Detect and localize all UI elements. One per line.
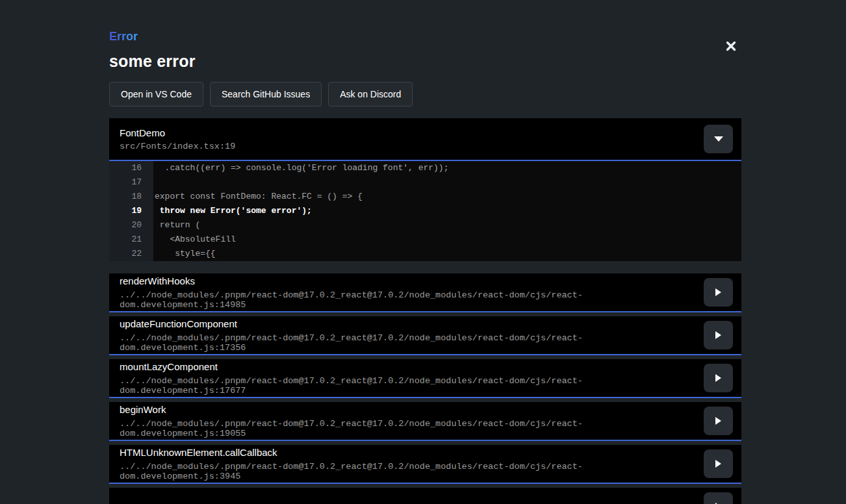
close-button[interactable] — [722, 37, 740, 55]
line-text — [153, 175, 155, 190]
line-text: .catch((err) => console.log('Error loadi… — [153, 161, 448, 175]
line-number: 19 — [109, 204, 153, 218]
stack-frame-text: HTMLUnknownElement.callCallback ../../no… — [120, 447, 704, 481]
stack-frame-function: beginWork — [120, 404, 704, 415]
stack-frame-location: ../../node_modules/.pnpm/react-dom@17.0.… — [120, 376, 704, 396]
stack-frame-partial — [109, 488, 741, 504]
collapse-code-frame-button[interactable] — [704, 125, 733, 153]
line-number: 16 — [109, 161, 153, 175]
line-text: style={{ — [153, 247, 216, 261]
error-overlay: Error some error Open in VS Code Search … — [109, 0, 741, 504]
code-line: 20 return ( — [109, 218, 741, 233]
line-text: export const FontDemo: React.FC = () => … — [153, 190, 363, 204]
stack-frame: HTMLUnknownElement.callCallback ../../no… — [109, 445, 741, 484]
expand-stack-frame-button[interactable] — [704, 278, 733, 307]
stack-trace: renderWithHooks ../../node_modules/.pnpm… — [109, 273, 741, 504]
line-number: 20 — [109, 218, 153, 233]
stack-frame-function: mountLazyComponent — [120, 361, 704, 372]
stack-frame-text: beginWork ../../node_modules/.pnpm/react… — [120, 404, 704, 438]
expand-stack-frame-button[interactable] — [704, 407, 733, 435]
stack-frame-location: ../../node_modules/.pnpm/react-dom@17.0.… — [120, 333, 704, 353]
stack-frame: mountLazyComponent ../../node_modules/.p… — [109, 359, 741, 398]
code-line-highlighted: 19 throw new Error('some error'); — [109, 204, 741, 218]
triangle-right-icon — [715, 460, 721, 468]
stack-frame-location: ../../node_modules/.pnpm/react-dom@17.0.… — [120, 290, 704, 310]
expand-stack-frame-button[interactable] — [704, 449, 733, 478]
code-snippet: 16 .catch((err) => console.log('Error lo… — [109, 161, 741, 261]
code-line: 17 — [109, 175, 741, 190]
triangle-right-icon — [715, 374, 721, 382]
open-in-vscode-button[interactable]: Open in VS Code — [109, 82, 203, 107]
code-frame-header: FontDemo src/Fonts/index.tsx:19 — [109, 118, 741, 161]
code-frame: FontDemo src/Fonts/index.tsx:19 16 .catc… — [109, 118, 741, 261]
code-line: 18export const FontDemo: React.FC = () =… — [109, 190, 741, 204]
stack-frame-text: updateFunctionComponent ../../node_modul… — [120, 318, 704, 353]
action-buttons: Open in VS Code Search GitHub Issues Ask… — [109, 82, 741, 107]
stack-frame-function: HTMLUnknownElement.callCallback — [120, 447, 704, 458]
code-line: 22 style={{ — [109, 247, 741, 261]
ask-on-discord-button[interactable]: Ask on Discord — [328, 82, 413, 107]
stack-frame-function: renderWithHooks — [120, 275, 704, 286]
line-number: 18 — [109, 190, 153, 204]
line-number: 22 — [109, 247, 153, 261]
error-kind-label: Error — [109, 30, 138, 44]
stack-frame-text: renderWithHooks ../../node_modules/.pnpm… — [120, 275, 704, 310]
expand-stack-frame-button[interactable] — [704, 364, 733, 392]
line-number: 21 — [109, 233, 153, 247]
code-frame-location: src/Fonts/index.tsx:19 — [120, 142, 235, 151]
stack-frame: beginWork ../../node_modules/.pnpm/react… — [109, 402, 741, 441]
error-message: some error — [109, 52, 741, 71]
stack-frame: renderWithHooks ../../node_modules/.pnpm… — [109, 273, 741, 312]
stack-frame-location: ../../node_modules/.pnpm/react-dom@17.0.… — [120, 462, 704, 481]
code-line: 21 <AbsoluteFill — [109, 233, 741, 247]
stack-frame-location: ../../node_modules/.pnpm/react-dom@17.0.… — [120, 419, 704, 438]
triangle-right-icon — [715, 288, 721, 296]
stack-frame-function: updateFunctionComponent — [120, 318, 704, 329]
line-text: throw new Error('some error'); — [153, 204, 312, 218]
close-icon — [725, 40, 737, 52]
expand-stack-frame-button[interactable] — [704, 321, 733, 349]
stack-frame: updateFunctionComponent ../../node_modul… — [109, 316, 741, 355]
expand-stack-frame-button[interactable] — [704, 492, 733, 504]
code-frame-title: FontDemo — [120, 127, 235, 138]
code-line: 16 .catch((err) => console.log('Error lo… — [109, 161, 741, 175]
line-text: return ( — [153, 218, 200, 233]
triangle-right-icon — [715, 417, 721, 425]
line-text: <AbsoluteFill — [153, 233, 236, 247]
chevron-down-icon — [714, 136, 723, 142]
line-number: 17 — [109, 175, 153, 190]
search-github-issues-button[interactable]: Search GitHub Issues — [210, 82, 322, 107]
code-frame-header-text: FontDemo src/Fonts/index.tsx:19 — [120, 127, 235, 151]
stack-frame-text: mountLazyComponent ../../node_modules/.p… — [120, 361, 704, 396]
triangle-right-icon — [715, 331, 721, 339]
